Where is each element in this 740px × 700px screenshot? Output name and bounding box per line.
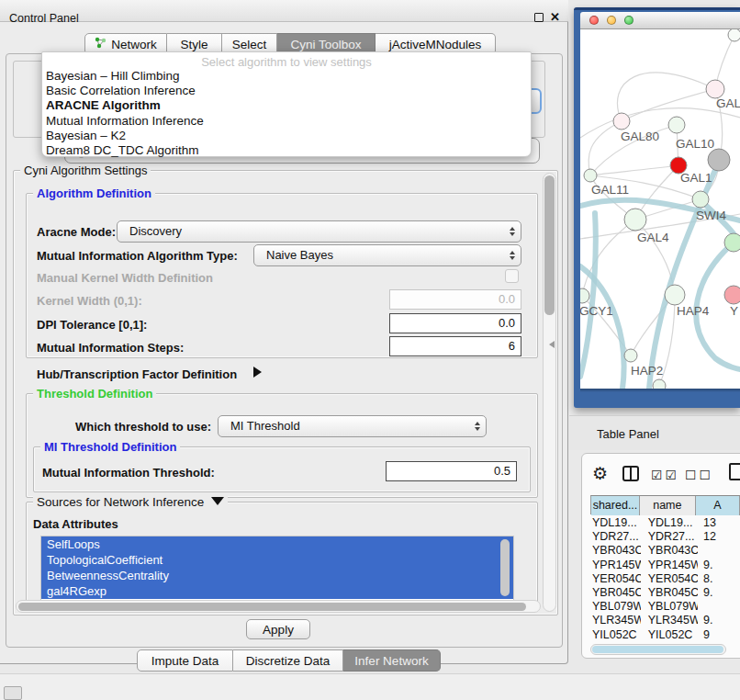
kernel-width-field[interactable]: 0.0 bbox=[389, 289, 521, 310]
table-row[interactable]: YDR27...YDR27...12 bbox=[590, 530, 740, 544]
algorithm-option-basic-correlation-inference[interactable]: Basic Correlation Inference bbox=[42, 84, 531, 98]
settings-vscrollbar-thumb[interactable] bbox=[544, 175, 555, 315]
attribute-item[interactable]: TopologicalCoefficient bbox=[41, 552, 513, 568]
algorithm-option-bayesian-k2[interactable]: Bayesian – K2 bbox=[42, 129, 531, 143]
split-columns-icon[interactable] bbox=[622, 466, 639, 481]
table-row[interactable]: YER054CYER054C8. bbox=[590, 572, 740, 586]
table-row[interactable]: YBL079WYBL079W bbox=[590, 600, 740, 614]
network-node[interactable] bbox=[708, 149, 730, 171]
manual-kernel-label: Manual Kernel Width Definition bbox=[37, 271, 213, 285]
table-cell: YBR045C bbox=[590, 586, 641, 600]
mi-steps-label: Mutual Information Steps: bbox=[37, 341, 184, 355]
network-edge bbox=[580, 108, 740, 138]
bottom-tabs: Impute DataDiscretize DataInfer Network bbox=[137, 649, 441, 672]
table-row[interactable]: YBR043CYBR043C bbox=[590, 544, 740, 558]
algorithm-option-bayesian-hill-climbing[interactable]: Bayesian – Hill Climbing bbox=[42, 69, 531, 84]
tab-impute-data[interactable]: Impute Data bbox=[137, 649, 233, 672]
which-threshold-combo[interactable]: MI Threshold bbox=[218, 415, 487, 437]
apply-button[interactable]: Apply bbox=[246, 619, 310, 639]
node-label-gal80: GAL80 bbox=[621, 130, 659, 143]
algorithm-option-aracne-algorithm[interactable]: ARACNE Algorithm bbox=[42, 98, 531, 113]
network-node[interactable] bbox=[584, 169, 597, 182]
gear-icon[interactable]: ⚙ bbox=[592, 463, 608, 484]
column-header-shared-[interactable]: shared... bbox=[591, 496, 640, 515]
node-label-hap4: HAP4 bbox=[677, 304, 709, 318]
table-cell: YBR043C bbox=[590, 544, 641, 558]
tab-discretize-data[interactable]: Discretize Data bbox=[233, 649, 343, 672]
table-hscrollbar-thumb[interactable] bbox=[592, 646, 723, 653]
mi-type-combo[interactable]: Naive Bayes bbox=[253, 244, 521, 266]
close-traffic-light-icon[interactable] bbox=[589, 16, 599, 25]
data-attributes-list[interactable]: SelfLoopsTopologicalCoefficientBetweenne… bbox=[40, 536, 514, 602]
algorithm-option-dream8-dc-tdc-algorithm[interactable]: Dream8 DC_TDC Algorithm bbox=[42, 143, 531, 158]
restore-panel-button[interactable] bbox=[4, 686, 22, 700]
tab-infer-network[interactable]: Infer Network bbox=[343, 649, 441, 672]
screen: Control Panel ✕ NetworkStyleSelectCyni T… bbox=[0, 0, 740, 700]
mi-threshold-field[interactable]: 0.5 bbox=[386, 461, 517, 481]
table-cell: YPR145W bbox=[641, 559, 698, 572]
sources-title: Sources for Network Inference bbox=[33, 495, 228, 509]
network-canvas[interactable]: GALGAL80GAL10GAL1GAL11SWI4GAL4GCY1HAP4YH… bbox=[580, 29, 740, 389]
tab-label: Style bbox=[180, 38, 207, 51]
expand-arrow-icon[interactable] bbox=[253, 367, 262, 378]
dpi-tolerance-field[interactable]: 0.0 bbox=[389, 313, 521, 333]
table-row[interactable]: YPR145WYPR145W9. bbox=[590, 559, 740, 572]
select-all-icon[interactable]: ☑☑ bbox=[651, 468, 679, 482]
table-cell: 9. bbox=[698, 586, 740, 600]
tab-label: Select bbox=[232, 38, 267, 51]
table-cell: 9. bbox=[698, 559, 740, 572]
network-node[interactable] bbox=[692, 191, 709, 208]
network-node[interactable] bbox=[624, 349, 637, 362]
table-row[interactable]: YLR345WYLR345W9. bbox=[590, 614, 740, 627]
minimize-traffic-light-icon[interactable] bbox=[607, 16, 616, 25]
attribute-item[interactable]: SelfLoops bbox=[41, 536, 513, 552]
table-cell: YLR345W bbox=[590, 614, 641, 627]
float-window-icon[interactable] bbox=[534, 13, 544, 22]
aracne-mode-value: Discovery bbox=[129, 224, 182, 238]
table-cell: YLR345W bbox=[641, 614, 698, 627]
table-body[interactable]: YDL19...YDL19...13YDR27...YDR27...12YBR0… bbox=[590, 516, 740, 642]
collapse-arrow-icon[interactable] bbox=[211, 497, 224, 505]
network-node[interactable] bbox=[653, 379, 666, 389]
file-icon[interactable] bbox=[729, 463, 740, 480]
deselect-all-icon[interactable]: ☐☐ bbox=[685, 468, 713, 482]
manual-kernel-checkbox[interactable] bbox=[505, 269, 519, 283]
network-node[interactable] bbox=[613, 113, 630, 130]
network-node[interactable] bbox=[580, 288, 589, 303]
network-node[interactable] bbox=[668, 117, 685, 133]
table-row[interactable]: YDL19...YDL19...13 bbox=[590, 516, 740, 530]
table-cell: YDR27... bbox=[590, 530, 641, 544]
table-cell: YIL052C bbox=[641, 628, 698, 642]
algorithm-option-mutual-information-inference[interactable]: Mutual Information Inference bbox=[42, 114, 531, 129]
table-row[interactable]: YIL052CYIL052C9 bbox=[590, 628, 740, 642]
network-node[interactable] bbox=[665, 285, 685, 305]
table-row[interactable]: YBR045CYBR045C9. bbox=[590, 586, 740, 600]
algorithm-definition-title: Algorithm Definition bbox=[33, 186, 155, 200]
column-header-name[interactable]: name bbox=[640, 496, 696, 515]
aracne-mode-combo[interactable]: Discovery bbox=[117, 220, 521, 243]
stepper-icon bbox=[475, 422, 480, 431]
list-scrollbar-thumb[interactable] bbox=[500, 539, 510, 596]
node-label-gal11: GAL11 bbox=[591, 183, 629, 197]
settings-hscrollbar-thumb[interactable] bbox=[18, 603, 526, 611]
network-node[interactable] bbox=[728, 29, 740, 41]
table-cell: YBR045C bbox=[641, 586, 698, 600]
mi-threshold-label: Mutual Information Threshold: bbox=[42, 466, 215, 480]
network-node[interactable] bbox=[724, 286, 740, 304]
network-edge bbox=[590, 165, 678, 175]
zoom-traffic-light-icon[interactable] bbox=[624, 16, 633, 25]
table-cell: YER054C bbox=[590, 572, 641, 586]
table-cell: 9 bbox=[698, 628, 740, 642]
mi-steps-field[interactable]: 6 bbox=[389, 336, 521, 356]
column-header-a[interactable]: A bbox=[696, 496, 740, 515]
attribute-item[interactable]: gal4RGexp bbox=[41, 583, 513, 599]
attribute-item[interactable]: BetweennessCentrality bbox=[41, 568, 513, 583]
close-icon[interactable]: ✕ bbox=[550, 10, 560, 24]
network-node[interactable] bbox=[724, 233, 740, 252]
network-node[interactable] bbox=[624, 209, 646, 231]
splitter-handle[interactable] bbox=[549, 341, 555, 348]
network-window-titlebar[interactable] bbox=[580, 12, 740, 29]
node-label-gal: GAL bbox=[716, 96, 740, 110]
dropdown-placeholder: Select algorithm to view settings bbox=[42, 52, 531, 69]
network-node[interactable] bbox=[706, 80, 724, 98]
